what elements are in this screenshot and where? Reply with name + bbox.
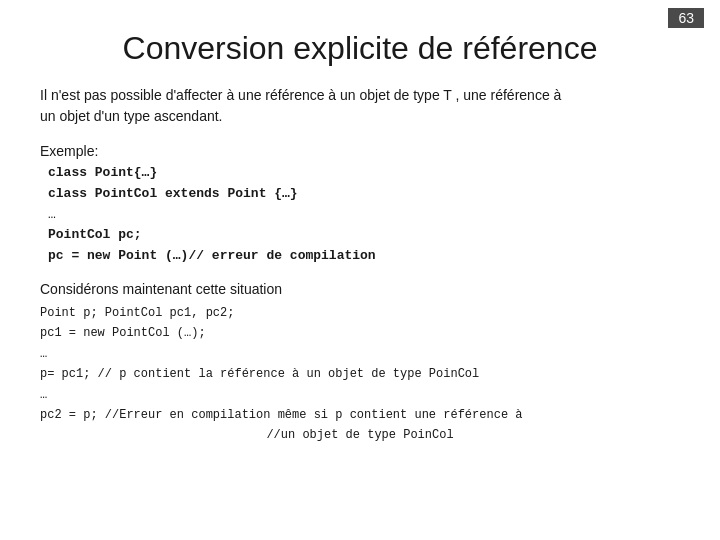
code2-line-2: pc1 = new PointCol (…); [40, 323, 680, 343]
code2-line-3: p= pc1; // p contient la référence à un … [40, 364, 680, 384]
description-line1: Il n'est pas possible d'affecter à une r… [40, 87, 561, 103]
code2-line-4: pc2 = p; //Erreur en compilation même si… [40, 405, 680, 425]
code2-line-1: Point p; PointCol pc1, pc2; [40, 303, 680, 323]
situation-text: Considérons maintenant cette situation [40, 281, 680, 297]
page-number: 63 [668, 8, 704, 28]
code-block-1: class Point{…} class PointCol extends Po… [40, 163, 680, 267]
code2-line-5: //un objet de type PoinCol [40, 425, 680, 445]
code2-ellipsis-2: … [40, 385, 680, 405]
code-line-1: class Point{…} [48, 163, 680, 184]
code-line-3: PointCol pc; [48, 225, 680, 246]
description-text: Il n'est pas possible d'affecter à une r… [40, 85, 680, 127]
code2-ellipsis-1: … [40, 344, 680, 364]
code-line-2: class PointCol extends Point {…} [48, 184, 680, 205]
example-label: Exemple: [40, 143, 680, 159]
code-line-4: pc = new Point (…)// erreur de compilati… [48, 246, 680, 267]
code-block-2: Point p; PointCol pc1, pc2; pc1 = new Po… [40, 303, 680, 446]
description-line2: un objet d'un type ascendant. [40, 108, 222, 124]
main-content: Conversion explicite de référence Il n'e… [0, 10, 720, 466]
page-title: Conversion explicite de référence [40, 30, 680, 67]
code-ellipsis-1: … [48, 205, 680, 226]
